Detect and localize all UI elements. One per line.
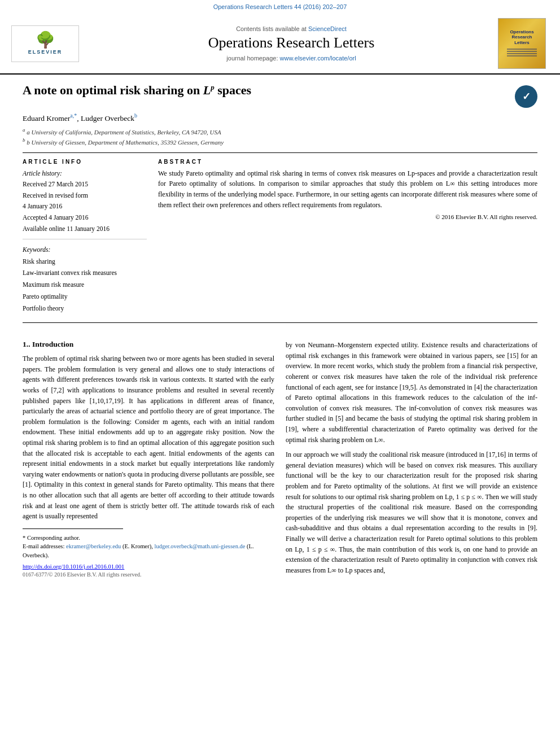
section-divider — [23, 322, 537, 323]
revised-date: 4 January 2016 — [23, 201, 147, 212]
author2-sup: b — [134, 112, 137, 119]
footnote-star: * Corresponding author. E-mail addresses… — [23, 534, 274, 560]
main-left-column: 1.. Introduction The problem of optimal … — [23, 340, 274, 580]
journal-cover-area: Operations Research Letters — [498, 18, 549, 69]
keywords-label: Keywords: — [23, 244, 147, 256]
rights-line: 0167-6377/© 2016 Elsevier B.V. All right… — [23, 571, 274, 578]
affil-a: a a University of California, Department… — [23, 126, 537, 137]
elsevier-label: ELSEVIER — [28, 49, 63, 55]
main-right-column: by von Neumann–Morgenstern expected util… — [286, 340, 537, 580]
journal-homepage: journal homepage: www.elsevier.com/locat… — [96, 55, 487, 62]
keywords-section: Keywords: Risk sharing Law-invariant con… — [23, 244, 147, 314]
abstract-text: We study Pareto optimality and optimal r… — [158, 168, 537, 210]
received-date: Received 27 March 2015 — [23, 179, 147, 190]
crossmark-badge: ✓ — [515, 85, 537, 108]
intro-section-title: 1.. Introduction — [23, 340, 274, 349]
right-paragraph-1: by von Neumann–Morgenstern expected util… — [286, 340, 537, 445]
article-divider — [23, 152, 537, 153]
intro-paragraph-1: The problem of optimal risk sharing betw… — [23, 353, 274, 522]
email1-link[interactable]: ekramer@berkeley.edu — [66, 543, 121, 549]
abstract-heading: ABSTRACT — [158, 159, 537, 165]
authors-line: Eduard Kromera,*, Ludger Overbeckb — [23, 112, 537, 123]
cover-title: Operations Research Letters — [510, 29, 533, 46]
homepage-link[interactable]: www.elsevier.com/locate/orl — [280, 55, 356, 62]
contents-line: Contents lists available at ScienceDirec… — [96, 25, 487, 32]
journal-citation: Operations Research Letters 44 (2016) 20… — [213, 3, 347, 10]
keyword-5: Portfolio theory — [23, 303, 147, 314]
info-abstract-section: ARTICLE INFO Article history: Received 2… — [23, 159, 537, 314]
email2-link[interactable]: ludger.overbeck@math.uni-giessen.de — [154, 543, 245, 549]
keyword-4: Pareto optimality — [23, 291, 147, 303]
journal-cover-image: Operations Research Letters — [498, 18, 546, 69]
article-history: Article history: Received 27 March 2015 … — [23, 168, 147, 239]
email-label: E-mail addresses: — [23, 543, 64, 549]
affil-b: b b University of Giessen, Department of… — [23, 137, 537, 147]
article-info-heading: ARTICLE INFO — [23, 159, 147, 165]
available-date: Available online 11 January 2016 — [23, 224, 147, 235]
abstract-column: ABSTRACT We study Pareto optimality and … — [158, 159, 537, 314]
article-title-area: A note on optimal risk sharing on Lp spa… — [23, 83, 537, 108]
article-header-section: A note on optimal risk sharing on Lp spa… — [0, 75, 560, 340]
doi-line[interactable]: http://dx.doi.org/10.1016/j.orl.2016.01.… — [23, 563, 274, 570]
article-info-column: ARTICLE INFO Article history: Received 2… — [23, 159, 147, 314]
cover-decorative-lines — [507, 47, 537, 58]
accepted-date: Accepted 4 January 2016 — [23, 212, 147, 224]
journal-top-bar: Operations Research Letters 44 (2016) 20… — [0, 0, 560, 12]
main-content-area: 1.. Introduction The problem of optimal … — [0, 340, 560, 591]
copyright-line: © 2016 Elsevier B.V. All rights reserved… — [158, 213, 537, 220]
keyword-3: Maximum risk measure — [23, 279, 147, 291]
affiliations: a a University of California, Department… — [23, 126, 537, 147]
article-title: A note on optimal risk sharing on Lp spa… — [23, 83, 251, 98]
sciencedirect-link[interactable]: ScienceDirect — [308, 25, 347, 32]
keyword-1: Risk sharing — [23, 256, 147, 268]
keyword-2: Law-invariant convex risk measures — [23, 267, 147, 279]
right-paragraph-2: In our approach we will study the coalit… — [286, 449, 537, 575]
journal-title-main: Operations Research Letters — [96, 34, 487, 51]
author1-sup: a,* — [70, 112, 77, 119]
elsevier-logo-area: 🌳 ELSEVIER — [11, 25, 85, 62]
corresponding-author: * Corresponding author. — [23, 534, 274, 543]
history-label: Article history: — [23, 168, 147, 180]
journal-header: 🌳 ELSEVIER Contents lists available at S… — [0, 12, 560, 75]
email-line: E-mail addresses: ekramer@berkeley.edu (… — [23, 542, 274, 560]
received-revised-label: Received in revised form — [23, 190, 147, 202]
footnote-divider — [23, 528, 123, 529]
elsevier-tree-icon: 🌳 — [36, 32, 55, 48]
elsevier-logo-box: 🌳 ELSEVIER — [11, 25, 79, 62]
lp-notation: Lp — [203, 83, 215, 97]
journal-title-area: Contents lists available at ScienceDirec… — [85, 25, 498, 62]
